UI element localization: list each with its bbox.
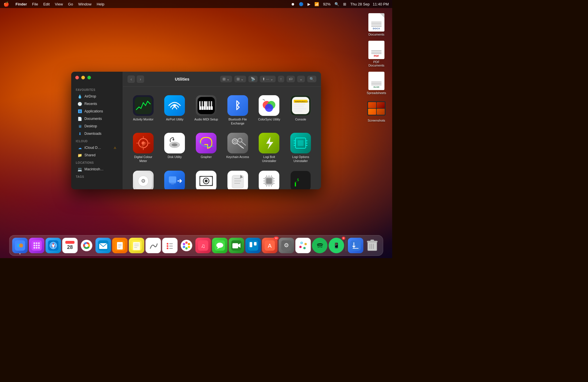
svg-rect-12 — [207, 101, 209, 106]
minimize-button[interactable] — [81, 76, 85, 79]
more-button[interactable]: ⌄ — [297, 76, 305, 82]
sidebar-item-recents[interactable]: 🕐 Recents — [73, 100, 121, 107]
dock-mail[interactable] — [96, 238, 111, 253]
bluetooth-label: Bluetooth File Exchange — [225, 118, 251, 125]
dock-photos[interactable] — [179, 238, 194, 253]
dock-downloads[interactable] — [348, 238, 363, 253]
dock-system-prefs[interactable]: ⚙ — [279, 238, 294, 253]
dock-launchpad[interactable] — [29, 238, 45, 253]
close-button[interactable] — [75, 76, 79, 79]
desktop-icon-documents[interactable]: DOCX Documents — [363, 11, 389, 38]
sidebar-item-applications[interactable]: 🅰 Applications — [73, 108, 121, 115]
dock-finder[interactable] — [12, 238, 28, 253]
app-item-migration[interactable]: Migration Assistant — [160, 168, 189, 189]
sidebar-item-downloads[interactable]: ⬇ Downloads — [73, 130, 121, 137]
sidebar-item-desktop[interactable]: 🖥 Desktop — [73, 123, 121, 130]
app-item-activity-monitor[interactable]: Activity Monitor — [129, 92, 158, 128]
svg-point-137 — [183, 246, 185, 248]
app-item-screenshot[interactable]: Screenshot — [192, 168, 221, 189]
menubar-go[interactable]: Go — [68, 2, 73, 6]
toolbar-actions: ⊞ ⌄ ⊞ ⌄ 📡 ⬆ ··· ⌄ ↑ — [220, 76, 316, 82]
svg-point-97 — [34, 247, 35, 249]
app-item-logi-bolt[interactable]: Logi Bolt Uninstaller — [255, 130, 284, 165]
app-item-digital-colour[interactable]: Digital Colour Meter — [129, 130, 158, 165]
menubar-window[interactable]: Window — [78, 2, 91, 6]
menubar-wifi-icon[interactable]: 📶 — [314, 2, 319, 6]
menubar-bluetooth-icon[interactable]: 🔵 — [299, 2, 303, 6]
dock-slack[interactable] — [295, 238, 311, 253]
menubar-control-center-icon[interactable]: ⊞ — [343, 2, 346, 6]
search-toolbar-button[interactable]: 🔍 — [307, 76, 316, 82]
svg-point-139 — [185, 244, 188, 247]
sidebar-item-macintosh[interactable]: 💻 Macintosh… — [73, 166, 121, 173]
app-item-script-editor[interactable]: Script Editor — [223, 168, 252, 189]
menubar-finder[interactable]: Finder — [16, 2, 27, 6]
airport-icon — [164, 95, 185, 116]
airdrop-icon: 💧 — [78, 94, 82, 99]
sidebar-item-airdrop[interactable]: 💧 AirDrop — [73, 93, 121, 100]
sidebar-item-shared[interactable]: 📁 Shared — [73, 152, 121, 159]
view-icon-button[interactable]: ⊞ ⌄ — [220, 76, 232, 82]
dock-music[interactable]: ♫ — [196, 238, 211, 253]
dock-freeform[interactable] — [146, 238, 161, 253]
activity-monitor-label: Activity Monitor — [133, 118, 153, 122]
dock-reminders[interactable] — [162, 238, 178, 253]
dock-messages[interactable] — [212, 238, 228, 253]
audio-midi-label: Audio MIDI Setup — [194, 118, 218, 122]
dock-chrome[interactable] — [79, 238, 94, 253]
view-list-button[interactable]: ⊞ ⌄ — [234, 76, 246, 82]
app-item-console[interactable]: WARNING A 7:36 Console — [286, 92, 315, 128]
menubar-view[interactable]: View — [55, 2, 63, 6]
dock-whatsapp[interactable]: 📱 3 — [329, 238, 344, 253]
apple-menu[interactable]: 🍎 — [3, 1, 9, 7]
dock-pages[interactable] — [112, 238, 128, 253]
desktop-icon-pdf[interactable]: PDF PDF Documents — [363, 39, 389, 69]
app-item-logi-options-uninstaller[interactable]: Logi Options Uninstaller — [286, 130, 315, 165]
dock-facetime[interactable] — [229, 238, 244, 253]
app-item-grapher[interactable]: Grapher — [192, 130, 221, 165]
app-item-terminal[interactable]: _$ ▌ Terminal — [286, 168, 315, 189]
back-button[interactable]: ‹ — [127, 75, 135, 83]
app-item-airport[interactable]: AirPort Utility — [160, 92, 189, 128]
menubar-edit[interactable]: Edit — [43, 2, 50, 6]
tag-button[interactable]: 🏷 — [287, 76, 295, 82]
maximize-button[interactable] — [87, 76, 91, 79]
menubar-help[interactable]: Help — [97, 2, 105, 6]
desktop-icon-spreadsheets[interactable]: XLSX Spreadsheets — [363, 70, 389, 96]
airdrop-toolbar-button[interactable]: 📡 — [248, 76, 258, 82]
dock-notes[interactable] — [129, 238, 144, 253]
share-button[interactable]: ⬆ ··· ⌄ — [260, 76, 276, 82]
app-grid: Activity Monitor AirPort Utility — [129, 92, 315, 189]
app-item-logi-options-plus[interactable]: ⚙ Logi Options+ Driver In…r.bundle — [129, 168, 158, 189]
app-item-system-info[interactable]: System Information — [255, 168, 284, 189]
app-item-bluetooth[interactable]: ᛒ Bluetooth File Exchange — [223, 92, 252, 128]
svg-text:⚙: ⚙ — [284, 242, 289, 248]
svg-rect-14 — [212, 101, 213, 106]
grid-view-icon: ⊞ — [223, 77, 226, 81]
sidebar-item-icloud-drive[interactable]: ☁ iCloud D… ⚠ — [73, 144, 121, 151]
svg-rect-146 — [233, 243, 238, 248]
app-item-colorsync[interactable]: ColorSync Utility — [255, 92, 284, 128]
share2-button[interactable]: ↑ — [278, 76, 285, 82]
dock-trello[interactable] — [245, 238, 261, 253]
dock-calendar[interactable]: 28 — [62, 238, 78, 253]
dock-spotify[interactable] — [312, 238, 328, 253]
menubar-screenrecord-icon: ⏺ — [291, 2, 295, 6]
dock-altstore[interactable]: A 11 — [262, 238, 278, 253]
search-toolbar-icon: 🔍 — [310, 77, 314, 81]
documents-sidebar-icon: 📄 — [78, 116, 82, 121]
menubar-file[interactable]: File — [32, 2, 38, 6]
app-item-audio-midi[interactable]: Audio MIDI Setup — [192, 92, 221, 128]
dock-trash[interactable] — [365, 238, 380, 253]
dock-safari[interactable] — [46, 238, 61, 253]
app-item-keychain[interactable]: Keychain Access — [223, 130, 252, 165]
desktop-icon-screenshots[interactable]: Screenshots — [363, 98, 389, 124]
shared-icon: 📁 — [78, 153, 82, 157]
svg-point-138 — [183, 243, 185, 245]
menubar-search-icon[interactable]: 🔍 — [334, 2, 339, 6]
svg-rect-26 — [294, 110, 302, 112]
svg-rect-23 — [294, 103, 305, 105]
app-item-disk-utility[interactable]: Disk Utility — [160, 130, 189, 165]
forward-button[interactable]: › — [137, 75, 144, 83]
sidebar-item-documents[interactable]: 📄 Documents — [73, 115, 121, 122]
